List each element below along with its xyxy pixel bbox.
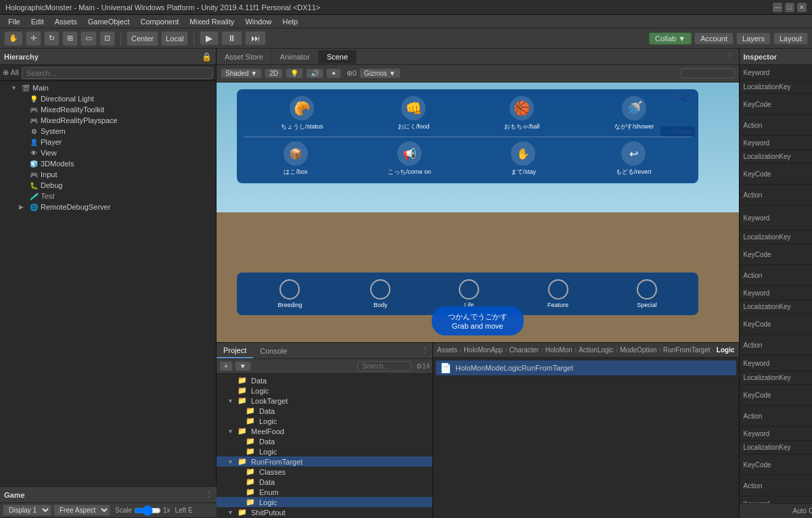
proj-item-rft-data[interactable]: 📁 Data: [217, 477, 432, 487]
rect-tool[interactable]: ▭: [81, 31, 97, 46]
collab-button[interactable]: Collab ▼: [649, 32, 692, 45]
layers-button[interactable]: Layers: [736, 32, 771, 45]
display-select[interactable]: Display 1: [3, 504, 51, 516]
bc-runFromTarget[interactable]: RunFromTarget: [663, 346, 710, 354]
tree-item-input[interactable]: 🎮 Input: [0, 169, 216, 180]
scale-slider[interactable]: [134, 505, 161, 516]
add-asset-button[interactable]: +: [219, 361, 233, 371]
tree-item-directional-light[interactable]: 💡 Directional Light: [0, 93, 216, 104]
audio-button[interactable]: 🔊: [306, 68, 323, 78]
scene-toggle-bar: ⊕0: [346, 69, 357, 78]
tab-console[interactable]: Console: [253, 344, 294, 358]
menu-component[interactable]: Component: [135, 16, 184, 27]
bc-modeOption[interactable]: ModeOption: [620, 346, 656, 354]
bc-holoMon[interactable]: HoloMon: [545, 346, 572, 354]
close-button[interactable]: ✕: [797, 3, 807, 12]
hierarchy-all-label: ⊕ All: [3, 68, 19, 77]
aspect-select[interactable]: Free Aspect: [53, 504, 110, 516]
tree-item-player[interactable]: 👤 Player: [0, 137, 216, 147]
view-icon: 👁: [29, 148, 39, 158]
local-button[interactable]: Local: [161, 31, 188, 46]
play-button[interactable]: ▶: [200, 31, 219, 45]
tree-item-main[interactable]: ▼ 🎬 Main: [0, 83, 216, 93]
menu-file[interactable]: File: [3, 16, 26, 27]
proj-item-rft-logic[interactable]: 📁 Logic: [217, 497, 432, 507]
proj-item-rft-enum[interactable]: 📁 Enum: [217, 487, 432, 497]
step-button[interactable]: ⏭: [245, 31, 266, 45]
asset-file-logic[interactable]: 📄 HoloMonModeLogicRunFromTarget: [436, 360, 736, 375]
folder-label: Data: [259, 478, 275, 486]
tab-project[interactable]: Project: [217, 344, 253, 358]
proj-item-lt-logic[interactable]: 📁 Logic: [217, 416, 432, 426]
2d-button[interactable]: 2D: [265, 68, 283, 78]
center-button[interactable]: Center: [127, 31, 158, 46]
proj-panel-options[interactable]: ⋮: [417, 346, 432, 355]
menu-window[interactable]: Window: [240, 16, 277, 27]
minimize-button[interactable]: —: [773, 3, 782, 12]
bc-assets[interactable]: Assets: [437, 346, 457, 354]
gizmos-button[interactable]: Gizmos ▼: [359, 68, 401, 78]
menu-mixed-reality[interactable]: Mixed Reality: [184, 16, 240, 27]
move-tool[interactable]: ✛: [26, 31, 41, 46]
proj-item-rft-classes[interactable]: 📁 Classes: [217, 467, 432, 477]
layout-button[interactable]: Layout: [773, 32, 808, 45]
scene-icon-ball: 🏀 おもちゃ/ball: [504, 96, 540, 131]
bc-holoMonApp[interactable]: HoloMonApp: [464, 346, 503, 354]
hierarchy-search-input[interactable]: [22, 67, 213, 79]
tree-item-view[interactable]: 👁 View: [0, 147, 216, 158]
tree-label: System: [41, 127, 66, 135]
tree-item-mrps[interactable]: 🎮 MixedRealityPlayspace: [0, 115, 216, 126]
hierarchy-header: Hierarchy 🔒: [0, 49, 216, 65]
bc-actionLogic[interactable]: ActionLogic: [579, 346, 614, 354]
pause-button[interactable]: ⏸: [221, 31, 242, 45]
menu-edit[interactable]: Edit: [26, 16, 49, 27]
account-button[interactable]: Account: [694, 32, 734, 45]
proj-item-logic[interactable]: 📁 Logic: [217, 385, 432, 396]
bc-character[interactable]: Character: [510, 346, 539, 354]
proj-item-mf-data[interactable]: 📁 Data: [217, 436, 432, 446]
tree-item-mrtk[interactable]: 🎮 MixedRealityToolkit: [0, 104, 216, 115]
proj-item-shitputout[interactable]: ▼ 📁 ShitPutout: [217, 507, 432, 517]
scene-search-input[interactable]: [681, 68, 735, 78]
shaded-button[interactable]: Shaded ▼: [221, 68, 262, 78]
main-toolbar: ✋ ✛ ↻ ⊞ ▭ ⊡ Center Local ▶ ⏸ ⏭ Collab ▼ …: [0, 28, 812, 49]
maximize-button[interactable]: □: [785, 3, 794, 12]
menu-help[interactable]: Help: [277, 16, 304, 27]
rotate-tool[interactable]: ↻: [44, 31, 60, 46]
keycode-label-1: KeyCode: [744, 101, 813, 108]
status-life: Life: [459, 279, 479, 308]
keycode-label-2: KeyCode: [744, 170, 813, 178]
asset-menu-button[interactable]: ▼: [235, 361, 251, 371]
bottom-panel: Project Console ⋮ + ▼ ⚙14 📁 Data: [217, 342, 739, 518]
proj-item-data[interactable]: 📁 Data: [217, 375, 432, 385]
tree-item-system[interactable]: ⚙ System: [0, 126, 216, 137]
bc-logic[interactable]: Logic: [717, 346, 735, 354]
tab-asset-store[interactable]: Asset Store: [217, 50, 272, 64]
remote-icon: 🌐: [29, 202, 39, 212]
asset-search-input[interactable]: [357, 361, 411, 371]
menu-assets[interactable]: Assets: [49, 16, 83, 27]
tree-label: 3DModels: [41, 160, 74, 168]
tree-item-3dmodels[interactable]: 🧊 3DModels: [0, 158, 216, 169]
proj-item-mf-logic[interactable]: 📁 Logic: [217, 446, 432, 456]
tree-item-test[interactable]: 🧪 Test: [0, 191, 216, 202]
tab-scene[interactable]: Scene: [319, 50, 357, 64]
menu-gameobject[interactable]: GameObject: [83, 16, 135, 27]
tree-label: View: [41, 149, 57, 157]
lighting-button[interactable]: 💡: [286, 68, 303, 78]
tab-animator[interactable]: Animator: [272, 50, 319, 64]
proj-item-runfromtarget[interactable]: ▼ 📁 RunFromTarget: [217, 456, 432, 467]
grab-button[interactable]: つかんでうごかすGrab and move: [432, 306, 524, 335]
scale-tool[interactable]: ⊞: [62, 31, 78, 46]
scene-panel-options[interactable]: ⋮: [721, 52, 739, 61]
inspector-content: Keyword おにく − LocalizationKey KeyCode No…: [740, 65, 813, 503]
tree-item-debug[interactable]: 🐛 Debug: [0, 180, 216, 191]
fx-button[interactable]: ✦: [326, 68, 341, 78]
separator-2: [194, 32, 194, 45]
tree-item-remote-debug[interactable]: ▶ 🌐 RemoteDebugServer: [0, 202, 216, 212]
transform-tool[interactable]: ⊡: [99, 31, 115, 46]
proj-item-looktarget[interactable]: ▼ 📁 LookTarget: [217, 396, 432, 406]
proj-item-lt-data[interactable]: 📁 Data: [217, 406, 432, 416]
hand-tool[interactable]: ✋: [4, 31, 23, 46]
proj-item-meelfood[interactable]: ▼ 📁 MeelFood: [217, 426, 432, 436]
